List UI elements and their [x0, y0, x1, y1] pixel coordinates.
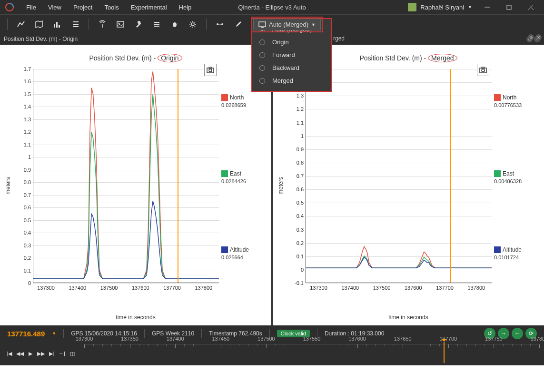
radio-icon: [259, 52, 265, 58]
svg-rect-14: [154, 24, 159, 25]
svg-rect-15: [154, 26, 159, 27]
svg-rect-2: [507, 5, 511, 10]
svg-point-20: [217, 23, 218, 25]
mode-dropdown-button[interactable]: Auto (Merged) ▼: [253, 19, 321, 30]
title-bar: File View Project Tools Experimental Hel…: [0, 0, 544, 14]
tab-title-left[interactable]: Position Std Dev. (m) - Origin: [4, 36, 78, 42]
forward-button[interactable]: ▶▶: [36, 349, 46, 358]
mode-option-origin[interactable]: Origin: [252, 36, 331, 49]
mode-selected-label: Auto (Merged): [269, 21, 308, 28]
brush-icon[interactable]: [233, 20, 243, 29]
minimize-button[interactable]: [476, 0, 498, 14]
main-menu: File View Project Tools Experimental Hel…: [26, 4, 191, 11]
mode-option-backward[interactable]: Backward: [252, 61, 331, 74]
menu-view[interactable]: View: [48, 4, 61, 11]
svg-rect-7: [59, 25, 60, 28]
svg-rect-23: [259, 22, 266, 27]
svg-point-12: [119, 22, 120, 24]
monitor-icon: [258, 21, 266, 28]
timeline-ruler[interactable]: 1373001373501374001374501375001375501376…: [84, 344, 539, 363]
svg-rect-13: [154, 22, 159, 23]
menu-project[interactable]: Project: [73, 4, 92, 11]
skip-start-button[interactable]: |◀: [5, 349, 14, 358]
image-icon[interactable]: [116, 20, 125, 29]
svg-rect-6: [56, 22, 58, 28]
plot-merged[interactable]: -0.100.10.20.30.40.50.60.70.80.911.11.21…: [287, 64, 539, 307]
line-chart-icon[interactable]: [16, 20, 26, 29]
tab-popout-icon[interactable]: ⊘: [528, 34, 534, 40]
list-icon[interactable]: [70, 20, 80, 29]
current-time[interactable]: 137716.489: [7, 330, 45, 338]
antenna-icon[interactable]: [98, 20, 107, 29]
snapshot-button[interactable]: [477, 64, 489, 76]
x-axis-label: time in seconds: [116, 314, 155, 321]
radio-icon: [259, 65, 265, 71]
menu-tools[interactable]: Tools: [104, 4, 119, 11]
app-logo-icon: [5, 2, 14, 12]
snapshot-button[interactable]: [204, 64, 217, 76]
y-axis-label: meters: [277, 177, 284, 195]
close-button[interactable]: [520, 0, 542, 14]
goto-end-button[interactable]: →|: [57, 349, 67, 358]
chevron-down-icon[interactable]: ▼: [52, 331, 56, 336]
nav-prev-button[interactable]: ←: [512, 328, 523, 339]
radio-icon: [259, 39, 265, 45]
svg-point-29: [482, 69, 485, 72]
user-dropdown-icon[interactable]: ▼: [468, 5, 472, 10]
chevron-down-icon: ▼: [311, 22, 316, 27]
user-avatar-icon: [408, 3, 416, 11]
svg-rect-5: [54, 24, 55, 28]
svg-point-26: [209, 69, 212, 72]
menu-help[interactable]: Help: [179, 4, 192, 11]
layers-icon[interactable]: [152, 20, 161, 29]
connector-icon[interactable]: [215, 20, 225, 29]
svg-point-16: [173, 22, 177, 27]
camera-icon: [479, 67, 487, 73]
window-title: Qinertia - Ellipse v3 Auto: [238, 4, 306, 11]
menu-experimental[interactable]: Experimental: [131, 4, 167, 11]
svg-rect-11: [117, 21, 124, 27]
mode-option-merged[interactable]: Merged: [252, 74, 331, 87]
tab-close-icon[interactable]: ✕: [535, 34, 542, 40]
x-axis-label: time in seconds: [388, 314, 428, 321]
tab-title-right-fragment: rged: [333, 35, 345, 42]
mode-option-forward[interactable]: Forward: [252, 49, 331, 61]
chart-title-origin: Position Std Dev. (m) - Origin: [5, 54, 267, 62]
wrench-icon[interactable]: [134, 20, 143, 29]
menu-file[interactable]: File: [26, 4, 36, 11]
bug-icon[interactable]: [170, 20, 179, 29]
plot-origin[interactable]: 00.10.20.30.40.50.60.70.80.911.11.21.31.…: [14, 64, 267, 307]
timeline: |◀ ◀◀ ▶ ▶▶ ▶| →| ◫ 137300137350137400137…: [0, 342, 544, 365]
toolbar: Auto (Merged) ▼: [0, 14, 544, 33]
bar-chart-icon[interactable]: [52, 20, 62, 29]
radio-icon: [259, 78, 265, 84]
user-name[interactable]: Raphaël Siryani: [420, 4, 464, 11]
mode-dropdown-highlight: Auto (Merged) ▼: [251, 17, 323, 32]
camera-icon: [207, 67, 214, 73]
map-icon[interactable]: [34, 20, 44, 29]
maximize-button[interactable]: [498, 0, 520, 14]
y-axis-label: meters: [5, 177, 11, 195]
skip-end-button[interactable]: ▶|: [47, 349, 56, 358]
svg-point-19: [191, 23, 194, 26]
play-button[interactable]: ▶: [26, 349, 35, 358]
rewind-button[interactable]: ◀◀: [15, 349, 25, 358]
crop-button[interactable]: ◫: [68, 349, 77, 358]
svg-point-21: [221, 23, 223, 25]
gear-icon[interactable]: [188, 20, 198, 29]
chart-panel-origin: Position Std Dev. (m) - Origin meters 00…: [0, 45, 271, 325]
